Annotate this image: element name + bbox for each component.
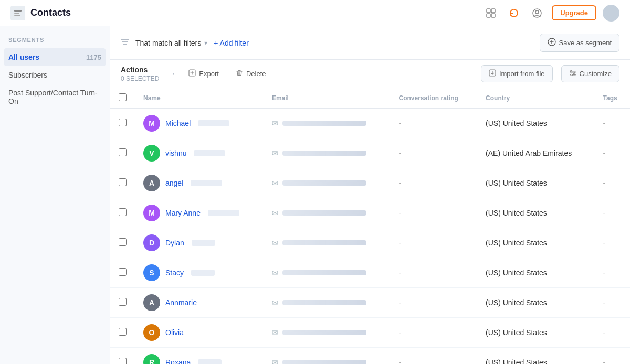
- contact-name-group: M Michael: [143, 115, 255, 132]
- country-cell: (US) United States: [477, 348, 595, 365]
- all-users-label: All users: [8, 53, 39, 61]
- contacts-table: Name Email Conversation rating Country T…: [110, 88, 630, 364]
- table-row: M Michael ✉ - (US) United States -: [110, 109, 630, 138]
- row-checkbox[interactable]: [119, 358, 127, 364]
- tags-value: -: [603, 209, 606, 217]
- tags-value: -: [603, 149, 606, 157]
- sidebar-item-all-users[interactable]: All users 1175: [4, 48, 106, 66]
- rating-cell: -: [390, 318, 477, 348]
- customize-icon: [569, 69, 576, 78]
- contact-name-link[interactable]: Annmarie: [165, 298, 197, 307]
- customize-button[interactable]: Customize: [561, 65, 620, 82]
- contact-name-link[interactable]: angel: [165, 179, 183, 187]
- user-avatar[interactable]: [603, 5, 620, 22]
- email-group: ✉: [272, 328, 382, 337]
- add-filter-button[interactable]: + Add filter: [214, 39, 249, 47]
- contact-name-link[interactable]: Roxana: [165, 358, 191, 364]
- email-group: ✉: [272, 179, 382, 187]
- row-checkbox-cell[interactable]: [110, 288, 135, 318]
- email-icon: ✉: [272, 209, 278, 217]
- filter-match-select[interactable]: That match all filters ▾: [135, 39, 207, 47]
- email-icon: ✉: [272, 358, 278, 364]
- email-icon: ✉: [272, 298, 278, 307]
- export-label: Export: [199, 70, 219, 78]
- rating-value: -: [398, 269, 401, 277]
- row-checkbox[interactable]: [119, 298, 127, 306]
- subscribers-label: Subscribers: [8, 71, 47, 79]
- row-checkbox[interactable]: [119, 178, 127, 186]
- country-cell: (US) United States: [477, 109, 595, 138]
- contact-name-link[interactable]: Mary Anne: [165, 209, 201, 217]
- email-group: ✉: [272, 119, 382, 127]
- row-checkbox[interactable]: [119, 208, 127, 216]
- contact-avatar: M: [143, 205, 160, 221]
- row-checkbox[interactable]: [119, 119, 127, 126]
- upgrade-button[interactable]: Upgrade: [552, 5, 596, 20]
- table-row: R Roxana ✉ - (US) United States -: [110, 348, 630, 365]
- email-icon: ✉: [272, 328, 278, 337]
- row-checkbox[interactable]: [119, 328, 127, 336]
- email-group: ✉: [272, 269, 382, 277]
- name-cell: R Roxana: [135, 348, 264, 365]
- table-row: O Olivia ✉ - (US) United States -: [110, 318, 630, 348]
- contact-name-link[interactable]: vishnu: [165, 149, 186, 157]
- contact-avatar: R: [143, 354, 160, 364]
- select-all-checkbox[interactable]: [119, 93, 127, 101]
- sidebar-item-subscribers[interactable]: Subscribers: [0, 66, 110, 84]
- rating-cell: -: [390, 288, 477, 318]
- email-icon: ✉: [272, 119, 278, 127]
- row-checkbox[interactable]: [119, 268, 127, 276]
- row-checkbox-cell[interactable]: [110, 258, 135, 288]
- contact-avatar: O: [143, 324, 160, 341]
- nav-left: Contacts: [10, 6, 71, 20]
- contact-name-group: A Annmarie: [143, 294, 255, 311]
- name-cell: M Michael: [135, 109, 264, 138]
- row-checkbox-cell[interactable]: [110, 109, 135, 138]
- svg-rect-2: [14, 15, 20, 16]
- refresh-icon[interactable]: [506, 5, 522, 22]
- tags-value: -: [603, 239, 606, 247]
- row-checkbox-cell[interactable]: [110, 228, 135, 258]
- country-value: (US) United States: [486, 119, 547, 127]
- contact-name-link[interactable]: Olivia: [165, 328, 184, 337]
- import-button[interactable]: Import from file: [481, 65, 553, 82]
- row-checkbox-cell[interactable]: [110, 138, 135, 168]
- row-checkbox[interactable]: [119, 238, 127, 246]
- email-group: ✉: [272, 298, 382, 307]
- user-circle-icon[interactable]: [529, 5, 545, 22]
- email-icon: ✉: [272, 149, 278, 157]
- row-checkbox-cell[interactable]: [110, 198, 135, 228]
- email-cell: ✉: [264, 198, 391, 228]
- name-cell: V vishnu: [135, 138, 264, 168]
- row-checkbox[interactable]: [119, 148, 127, 156]
- grid-icon[interactable]: [482, 5, 499, 22]
- country-value: (US) United States: [486, 269, 547, 277]
- save-segment-button[interactable]: Save as segment: [540, 34, 620, 52]
- export-button[interactable]: Export: [184, 67, 223, 81]
- country-cell: (US) United States: [477, 258, 595, 288]
- sidebar: SEGMENTS All users 1175 Subscribers Post…: [0, 26, 110, 364]
- sidebar-item-post-support[interactable]: Post Support/Contact Turn-On: [0, 84, 110, 110]
- email-cell: ✉: [264, 258, 391, 288]
- svg-point-8: [536, 10, 539, 14]
- actions-arrow-icon: →: [167, 69, 176, 79]
- select-all-header[interactable]: [110, 88, 135, 109]
- contact-name-link[interactable]: Dylan: [165, 239, 184, 247]
- country-cell: (US) United States: [477, 168, 595, 198]
- delete-button[interactable]: Delete: [232, 67, 270, 81]
- segments-label: SEGMENTS: [0, 37, 110, 48]
- contact-name-link[interactable]: Michael: [165, 119, 191, 127]
- contact-avatar: V: [143, 145, 160, 162]
- table-header-row: Name Email Conversation rating Country T…: [110, 88, 630, 109]
- contact-name-link[interactable]: Stacy: [165, 269, 184, 277]
- row-checkbox-cell[interactable]: [110, 318, 135, 348]
- country-column-header: Country: [477, 88, 595, 109]
- svg-point-16: [573, 72, 574, 74]
- email-value: [282, 270, 366, 275]
- contact-name-group: R Roxana: [143, 354, 255, 364]
- actions-label: Actions: [121, 66, 148, 74]
- all-users-count: 1175: [86, 53, 101, 61]
- tags-value: -: [603, 179, 606, 187]
- row-checkbox-cell[interactable]: [110, 348, 135, 365]
- row-checkbox-cell[interactable]: [110, 168, 135, 198]
